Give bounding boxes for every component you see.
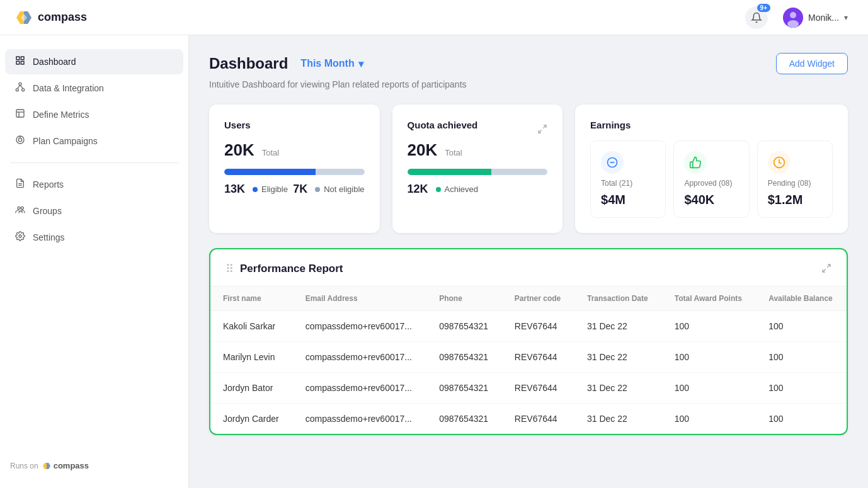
earnings-pending-icon — [768, 151, 791, 174]
sidebar: Dashboard Data & Integration Define Metr… — [0, 35, 189, 488]
svg-rect-15 — [16, 110, 24, 117]
sidebar-item-define-metrics[interactable]: Define Metrics — [5, 102, 183, 127]
table-row: Jordyn Batorcompassdemo+rev60017...09876… — [210, 373, 847, 404]
topnav-right: 9+ Monik... ▾ — [745, 5, 853, 30]
page-title: Dashboard — [209, 55, 288, 72]
users-total-row: 20K Total — [224, 140, 365, 160]
svg-point-24 — [21, 207, 23, 209]
cell-total_award: 100 — [662, 342, 756, 373]
users-not-eligible-label: Not eligible — [324, 184, 364, 194]
notification-badge: 9+ — [757, 4, 770, 12]
col-email: Email Address — [293, 287, 426, 311]
cell-first_name: Kakoli Sarkar — [210, 311, 293, 342]
earnings-approved-value: $40K — [684, 193, 714, 207]
cell-available_balance: 100 — [756, 373, 847, 404]
avatar-image — [783, 8, 803, 28]
quota-bar-achieved — [408, 169, 492, 175]
svg-rect-8 — [21, 61, 24, 64]
cell-first_name: Jordyn Bator — [210, 373, 293, 404]
dashboard-icon — [15, 55, 25, 68]
sidebar-secondary-section: Reports Groups Settings — [0, 171, 188, 251]
sidebar-item-label: Dashboard — [33, 57, 76, 67]
sidebar-item-groups[interactable]: Groups — [5, 198, 183, 224]
sidebar-item-dashboard[interactable]: Dashboard — [5, 49, 183, 74]
earnings-card-title: Earnings — [590, 120, 833, 130]
users-eligible-value: 13K — [224, 183, 245, 196]
user-menu-button[interactable]: Monik... ▾ — [778, 5, 853, 30]
topnav: compass 9+ Monik... ▾ — [0, 0, 868, 35]
table-row: Jordyn Cardercompassdemo+rev60017...0987… — [210, 404, 847, 434]
svg-line-13 — [20, 85, 23, 88]
earnings-approved-icon — [684, 151, 707, 174]
sidebar-item-label: Settings — [33, 232, 65, 242]
groups-icon — [15, 205, 25, 217]
cell-available_balance: 100 — [756, 311, 847, 342]
app-layout: Dashboard Data & Integration Define Metr… — [0, 35, 868, 488]
performance-table-header-row: First name Email Address Phone Partner c… — [210, 287, 847, 311]
performance-section: ⠿ Performance Report First name Email Ad… — [209, 248, 848, 435]
cell-transaction_date: 31 Dec 22 — [574, 373, 662, 404]
cell-first_name: Jordyn Carder — [210, 404, 293, 434]
sidebar-item-label: Groups — [33, 206, 62, 216]
svg-rect-6 — [16, 57, 20, 60]
earnings-grid: Total (21) $4M Approved (08) $40K — [590, 140, 833, 218]
cell-total_award: 100 — [662, 311, 756, 342]
quota-legend: 12K Achieved — [408, 183, 548, 196]
table-row: Kakoli Sarkarcompassdemo+rev60017...0987… — [210, 311, 847, 342]
quota-legend-achieved: 12K Achieved — [408, 183, 479, 196]
users-eligible-label: Eligible — [261, 184, 288, 194]
svg-point-19 — [18, 138, 21, 141]
sidebar-item-reports[interactable]: Reports — [5, 172, 183, 197]
users-legend-not-eligible: 7K Not eligible — [293, 183, 364, 196]
cell-transaction_date: 31 Dec 22 — [574, 404, 662, 434]
performance-table: First name Email Address Phone Partner c… — [210, 286, 847, 434]
col-available-balance: Available Balance — [756, 287, 847, 311]
compass-small-icon — [42, 462, 51, 470]
compass-logo-icon — [15, 9, 33, 26]
cell-available_balance: 100 — [756, 404, 847, 434]
footer-logo-text: compass — [54, 461, 89, 470]
cell-first_name: Marilyn Levin — [210, 342, 293, 373]
svg-line-33 — [827, 264, 830, 268]
sidebar-item-label: Reports — [33, 179, 64, 190]
performance-header: ⠿ Performance Report — [210, 249, 847, 286]
notifications-button[interactable]: 9+ — [745, 6, 768, 29]
sidebar-item-plan-campaigns[interactable]: Plan Campaigns — [5, 128, 183, 154]
sidebar-item-data-integration[interactable]: Data & Integration — [5, 76, 183, 101]
runs-on-text: Runs on — [10, 462, 38, 470]
cell-total_award: 100 — [662, 404, 756, 434]
sidebar-footer: Runs on compass — [0, 451, 188, 475]
cell-partner_code: REV67644 — [502, 373, 574, 404]
drag-handle-icon[interactable]: ⠿ — [226, 262, 234, 276]
users-card: Users 20K Total 13K Eligible 7K — [209, 105, 380, 233]
svg-point-4 — [790, 12, 796, 18]
users-legend-eligible: 13K Eligible — [224, 183, 288, 196]
main-content: Dashboard This Month ▾ Add Widget Intuit… — [189, 35, 868, 488]
month-filter-button[interactable]: This Month ▾ — [295, 55, 368, 72]
cell-phone: 0987654321 — [426, 311, 502, 342]
eligible-dot — [253, 187, 258, 192]
settings-icon — [15, 231, 25, 244]
sidebar-item-settings[interactable]: Settings — [5, 225, 183, 250]
quota-bar — [408, 169, 548, 175]
cell-email: compassdemo+rev60017... — [293, 404, 426, 434]
cell-email: compassdemo+rev60017... — [293, 342, 426, 373]
sidebar-item-label: Plan Campaigns — [33, 136, 98, 146]
svg-rect-7 — [21, 57, 24, 60]
earnings-total: Total (21) $4M — [590, 140, 666, 218]
earnings-pending-value: $1.2M — [768, 193, 803, 207]
quota-total-label: Total — [445, 148, 462, 157]
sidebar-divider — [10, 162, 178, 163]
earnings-total-icon — [601, 151, 624, 174]
performance-expand-icon[interactable] — [821, 263, 831, 275]
users-bar-not-eligible — [316, 169, 365, 175]
svg-point-12 — [16, 89, 18, 91]
quota-total-value: 20K — [408, 140, 438, 160]
logo-text: compass — [38, 11, 87, 24]
svg-line-28 — [543, 125, 546, 128]
quota-expand-icon[interactable] — [537, 124, 547, 137]
add-widget-button[interactable]: Add Widget — [776, 53, 848, 74]
svg-point-25 — [19, 235, 21, 237]
runs-on-logo: compass — [42, 461, 89, 470]
cell-partner_code: REV67644 — [502, 311, 574, 342]
